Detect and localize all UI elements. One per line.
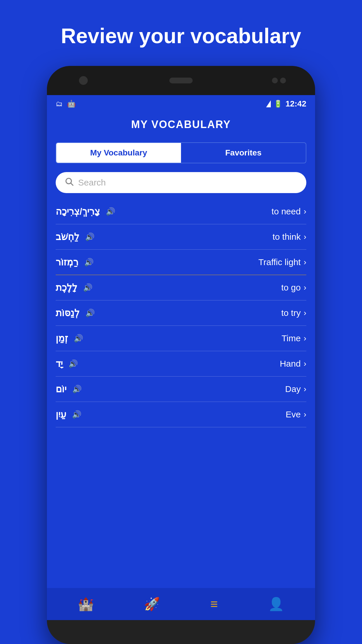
page-headline: Review your vocabulary	[0, 23, 362, 48]
vocab-right-4: to try ›	[281, 308, 306, 318]
search-container: Search	[56, 172, 306, 193]
vocab-item-4[interactable]: לְנַסּוֹת 🔊 to try ›	[56, 300, 306, 326]
vocab-hebrew-0: צָרִיךְ/צְרִיכָה	[56, 206, 100, 217]
nav-item-vocabulary[interactable]: ≡	[205, 594, 224, 614]
vocab-hebrew-8: עַיִן	[56, 409, 66, 420]
search-placeholder: Search	[78, 178, 106, 188]
vocab-item-3[interactable]: לָלֶכֶת 🔊 to go ›	[56, 275, 306, 300]
vocab-left-1: לַחְשֹׁב 🔊	[56, 231, 94, 242]
nav-item-profile[interactable]: 👤	[262, 594, 290, 615]
vocab-left-6: יָד 🔊	[56, 358, 78, 369]
chevron-right-2: ›	[304, 258, 306, 267]
phone-sensors	[272, 78, 286, 83]
person-icon: 👤	[268, 596, 284, 612]
speaker-icon-8[interactable]: 🔊	[72, 410, 81, 419]
vocab-hebrew-1: לַחְשֹׁב	[56, 231, 79, 242]
chevron-right-5: ›	[304, 334, 306, 343]
vocab-left-4: לְנַסּוֹת 🔊	[56, 307, 95, 318]
speaker-icon-3[interactable]: 🔊	[83, 283, 92, 292]
vocab-left-0: צָרִיךְ/צְרִיכָה 🔊	[56, 206, 115, 217]
sd-card-icon: 🗂	[56, 100, 63, 108]
speaker-icon-5[interactable]: 🔊	[74, 334, 83, 343]
vocab-left-5: זְמַן 🔊	[56, 333, 83, 344]
chevron-right-0: ›	[304, 207, 306, 216]
speaker-icon-1[interactable]: 🔊	[85, 232, 94, 242]
status-time: 12:42	[285, 99, 306, 108]
vocab-item-6[interactable]: יָד 🔊 Hand ›	[56, 351, 306, 377]
vocab-hebrew-2: רַמְזוֹר	[56, 257, 78, 268]
vocab-left-2: רַמְזוֹר 🔊	[56, 257, 94, 268]
vocab-translation-3: to go	[281, 283, 301, 293]
vocab-hebrew-4: לְנַסּוֹת	[56, 307, 80, 318]
phone-speaker	[169, 78, 193, 83]
vocab-right-0: to need ›	[272, 206, 306, 216]
vocab-right-6: Hand ›	[280, 359, 306, 369]
vocab-item-1[interactable]: לַחְשֹׁב 🔊 to think ›	[56, 224, 306, 250]
status-left-icons: 🗂 🤖	[56, 100, 76, 108]
sensor-dot-1	[272, 78, 278, 83]
tabs-container: My Vocabulary Favorites	[56, 142, 306, 163]
speaker-icon-0[interactable]: 🔊	[106, 207, 115, 216]
phone-frame: 🗂 🤖 🔋 12:42 MY VOCABULARY My Vocabulary …	[47, 66, 315, 644]
search-icon	[64, 177, 74, 188]
rocket-icon: 🚀	[144, 596, 160, 612]
vocab-hebrew-7: יוֹם	[56, 384, 66, 395]
vocab-left-3: לָלֶכֶת 🔊	[56, 282, 92, 293]
search-input-wrapper[interactable]: Search	[56, 172, 306, 193]
vocab-item-5[interactable]: זְמַן 🔊 Time ›	[56, 326, 306, 351]
vocab-translation-1: to think	[273, 232, 301, 242]
chevron-right-4: ›	[304, 308, 306, 318]
vocab-left-7: יוֹם 🔊	[56, 384, 82, 395]
vocab-left-8: עַיִן 🔊	[56, 409, 81, 420]
vocab-item-0[interactable]: צָרִיךְ/צְרִיכָה 🔊 to need ›	[56, 199, 306, 224]
castle-icon: 🏰	[78, 596, 94, 612]
phone-camera	[79, 76, 88, 85]
signal-icon	[266, 100, 271, 107]
vocab-right-5: Time ›	[282, 333, 306, 343]
status-right-icons: 🔋 12:42	[266, 99, 306, 108]
chevron-right-3: ›	[304, 283, 306, 292]
vocab-translation-4: to try	[281, 308, 301, 318]
chevron-right-6: ›	[304, 359, 306, 368]
chevron-right-7: ›	[304, 384, 306, 394]
vocab-translation-5: Time	[282, 333, 301, 343]
vocab-right-8: Eve ›	[286, 410, 306, 419]
vocab-hebrew-3: לָלֶכֶת	[56, 282, 77, 293]
android-icon: 🤖	[67, 100, 76, 108]
vocab-item-8[interactable]: עַיִן 🔊 Eve ›	[56, 402, 306, 427]
nav-item-learn[interactable]: 🚀	[138, 594, 166, 615]
status-bar: 🗂 🤖 🔋 12:42	[47, 95, 315, 113]
vocab-hebrew-6: יָד	[56, 358, 63, 369]
chevron-right-1: ›	[304, 232, 306, 242]
list-icon: ≡	[210, 597, 218, 611]
bottom-nav: 🏰 🚀 ≡ 👤	[47, 588, 315, 620]
phone-screen: 🗂 🤖 🔋 12:42 MY VOCABULARY My Vocabulary …	[47, 95, 315, 620]
speaker-icon-6[interactable]: 🔊	[68, 359, 78, 368]
vocab-translation-0: to need	[272, 206, 301, 216]
vocab-translation-7: Day	[285, 384, 301, 394]
speaker-icon-7[interactable]: 🔊	[72, 385, 82, 394]
speaker-icon-4[interactable]: 🔊	[85, 309, 95, 318]
vocab-right-7: Day ›	[285, 384, 306, 394]
vocab-right-2: Traffic light ›	[259, 257, 306, 267]
vocab-item-2[interactable]: רַמְזוֹר 🔊 Traffic light ›	[56, 250, 306, 275]
vocab-hebrew-5: זְמַן	[56, 333, 68, 344]
vocab-right-1: to think ›	[273, 232, 306, 242]
vocab-list: צָרִיךְ/צְרִיכָה 🔊 to need › לַחְשֹׁב 🔊 …	[47, 199, 315, 588]
vocab-item-7[interactable]: יוֹם 🔊 Day ›	[56, 377, 306, 402]
nav-item-home[interactable]: 🏰	[72, 594, 100, 615]
app-title: MY VOCABULARY	[56, 118, 306, 131]
chevron-right-8: ›	[304, 410, 306, 419]
tab-favorites[interactable]: Favorites	[181, 143, 306, 163]
vocab-translation-6: Hand	[280, 359, 301, 369]
sensor-dot-2	[280, 78, 286, 83]
battery-icon: 🔋	[274, 100, 282, 108]
vocab-right-3: to go ›	[281, 283, 306, 293]
vocab-translation-8: Eve	[286, 410, 301, 419]
app-header: MY VOCABULARY	[47, 113, 315, 136]
svg-line-1	[71, 183, 73, 185]
speaker-icon-2[interactable]: 🔊	[84, 258, 94, 267]
vocab-translation-2: Traffic light	[259, 257, 301, 267]
phone-top-bar	[47, 66, 315, 95]
tab-my-vocabulary[interactable]: My Vocabulary	[56, 143, 181, 163]
